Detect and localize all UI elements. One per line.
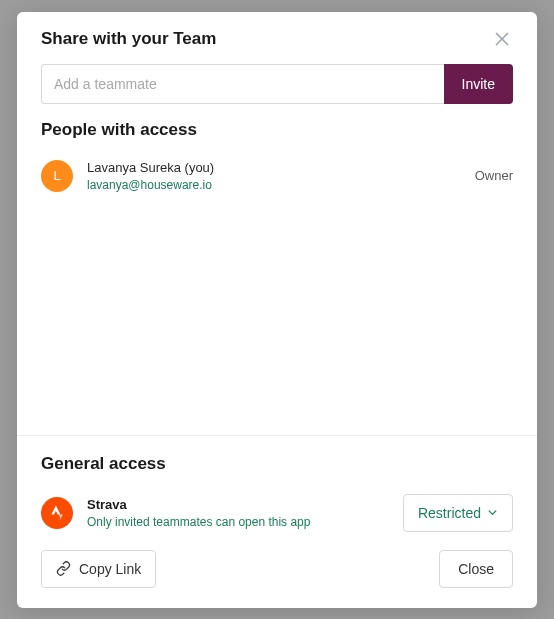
avatar: L xyxy=(41,160,73,192)
copy-link-button[interactable]: Copy Link xyxy=(41,550,156,588)
spacer xyxy=(17,198,537,435)
people-section-title: People with access xyxy=(17,120,537,154)
app-row: Strava Only invited teammates can open t… xyxy=(17,488,537,550)
chevron-down-icon xyxy=(487,507,498,518)
modal-header: Share with your Team xyxy=(17,12,537,64)
invite-button[interactable]: Invite xyxy=(444,64,513,104)
app-description: Only invited teammates can open this app xyxy=(87,515,389,529)
share-modal: Share with your Team Invite People with … xyxy=(17,12,537,608)
modal-title: Share with your Team xyxy=(41,29,216,49)
close-footer-button[interactable]: Close xyxy=(439,550,513,588)
strava-logo-icon xyxy=(48,504,66,522)
person-info: Lavanya Sureka (you) lavanya@houseware.i… xyxy=(87,160,461,192)
close-icon xyxy=(495,32,509,46)
access-level-label: Restricted xyxy=(418,505,481,521)
app-info: Strava Only invited teammates can open t… xyxy=(87,497,389,529)
person-role: Owner xyxy=(475,168,513,183)
person-email: lavanya@houseware.io xyxy=(87,178,461,192)
add-teammate-input[interactable] xyxy=(41,64,444,104)
modal-footer: Copy Link Close xyxy=(17,550,537,608)
person-name: Lavanya Sureka (you) xyxy=(87,160,461,175)
person-row: L Lavanya Sureka (you) lavanya@houseware… xyxy=(17,154,537,198)
general-access-title: General access xyxy=(17,454,537,488)
link-icon xyxy=(56,561,71,576)
strava-icon xyxy=(41,497,73,529)
close-button[interactable] xyxy=(491,28,513,50)
copy-link-label: Copy Link xyxy=(79,561,141,577)
app-name: Strava xyxy=(87,497,389,512)
access-level-dropdown[interactable]: Restricted xyxy=(403,494,513,532)
invite-row: Invite xyxy=(17,64,537,120)
general-access-section: General access Strava Only invited teamm… xyxy=(17,436,537,608)
